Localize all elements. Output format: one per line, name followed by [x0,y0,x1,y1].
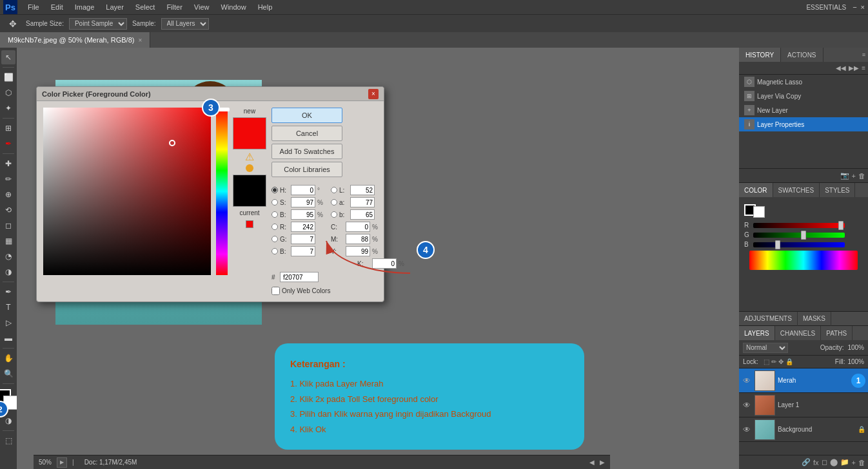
actions-tab[interactable]: ACTIONS [781,48,823,62]
masks-tab[interactable]: MASKS [798,312,831,326]
b3-radio[interactable] [331,211,337,218]
clone-tool[interactable]: ⊕ [1,187,15,202]
b-slider-track[interactable] [753,242,845,247]
new-layer-btn[interactable]: + [852,459,856,466]
layers-tab[interactable]: LAYERS [739,326,775,340]
gradient-field[interactable] [43,108,211,275]
merah-visibility-icon[interactable]: 👁 [742,376,752,386]
ok-button[interactable]: OK [271,108,342,123]
red-radio[interactable] [271,224,278,230]
hue-slider-container[interactable] [216,108,228,275]
saturation-field[interactable] [291,197,315,207]
path-tool[interactable]: ▷ [1,316,15,330]
brightness-field[interactable] [291,209,315,220]
menu-window[interactable]: Window [216,2,252,12]
history-brush[interactable]: ⟲ [1,203,15,217]
history-snapshot-btn[interactable]: 📷 [840,171,849,180]
adjustment-layer-btn[interactable]: ⬤ [830,458,838,466]
sample-value-select[interactable]: All Layers [161,18,209,30]
eraser-tool[interactable]: ◻ [1,218,15,233]
screen-mode[interactable]: ⬚ [1,434,15,448]
new-group-btn[interactable]: 📁 [840,458,849,466]
r-slider-track[interactable] [753,223,845,228]
hand-tool[interactable]: ✋ [1,351,15,365]
styles-tab[interactable]: STYLES [820,183,855,197]
saturation-radio[interactable] [271,199,278,206]
color-tab[interactable]: COLOR [739,183,773,197]
y-field[interactable] [346,246,370,256]
l-radio[interactable] [331,187,337,193]
menu-help[interactable]: Help [253,2,278,12]
magic-wand-tool[interactable]: ✦ [1,101,15,115]
blur-tool[interactable]: ◔ [1,249,15,263]
blue-field[interactable] [291,246,315,256]
healing-tool[interactable]: ✚ [1,157,15,171]
link-layers-btn[interactable]: 🔗 [802,458,811,466]
history-magnetic-lasso[interactable]: ⬡ Magnetic Lasso [739,75,868,89]
red-field[interactable] [291,222,315,232]
color-libraries-button[interactable]: Color Libraries [271,162,342,177]
menu-select[interactable]: Select [130,2,161,12]
lock-all-icon[interactable]: 🔒 [785,358,793,365]
brush-tool[interactable]: ✏ [1,172,15,186]
blend-mode-select[interactable]: Normal [743,343,788,353]
layer1-visibility-icon[interactable]: 👁 [742,400,752,410]
delete-layer-btn[interactable]: 🗑 [858,459,865,466]
l-field[interactable] [350,185,375,195]
hue-field[interactable] [291,185,315,195]
status-arrow-right[interactable]: ▶ [600,459,605,466]
paths-tab[interactable]: PATHS [821,326,853,340]
zoom-icon[interactable]: ▶ [57,457,67,468]
shape-tool[interactable]: ▬ [1,331,15,345]
sample-size-select[interactable]: Point Sample [69,18,127,30]
a-radio[interactable] [331,199,337,206]
swatches-tab[interactable]: SWATCHES [773,183,820,197]
only-web-colors-checkbox[interactable] [271,287,280,295]
lock-transparency-icon[interactable]: ⬚ [764,358,769,365]
brightness-radio[interactable] [271,211,278,218]
status-arrow-left[interactable]: ◀ [589,459,595,466]
history-new-layer[interactable]: + New Layer [739,103,868,117]
menu-image[interactable]: Image [70,2,100,12]
history-menu-icon[interactable]: ≡ [862,64,865,72]
eyedropper-tool[interactable]: ✒ [1,137,15,151]
dialog-close-btn[interactable]: × [368,89,379,99]
green-radio[interactable] [271,236,278,242]
layer-item-merah[interactable]: 👁 Merah 1 [739,368,868,393]
move-tool[interactable]: ↖ [1,50,15,64]
k-field[interactable] [372,258,397,269]
gradient-tool[interactable]: ▦ [1,234,15,248]
lock-image-icon[interactable]: ✏ [771,358,776,365]
marquee-tool[interactable]: ⬜ [1,70,15,84]
adjustments-tab[interactable]: ADJUSTMENTS [739,312,798,326]
close-app-btn[interactable]: × [861,3,865,11]
blue-radio[interactable] [271,248,278,254]
g-slider-track[interactable] [753,233,845,238]
history-back-icon[interactable]: ◀◀ [836,64,846,72]
history-delete-btn[interactable]: 🗑 [858,172,865,180]
menu-view[interactable]: View [189,2,215,12]
menu-file[interactable]: File [23,2,44,12]
layer-item-layer1[interactable]: 👁 Layer 1 [739,393,868,417]
pen-tool[interactable]: ✒ [1,285,15,299]
channels-tab[interactable]: CHANNELS [775,326,821,340]
menu-filter[interactable]: Filter [161,2,187,12]
layer-item-background[interactable]: 👁 Background 🔒 [739,417,868,442]
history-forward-icon[interactable]: ▶▶ [849,64,859,72]
lock-position-icon[interactable]: ✥ [778,358,784,365]
history-layer-via-copy[interactable]: ⊞ Layer Via Copy [739,89,868,103]
menu-edit[interactable]: Edit [46,2,68,12]
add-to-swatches-button[interactable]: Add To Swatches [271,144,342,159]
history-layer-properties[interactable]: i Layer Properties [739,117,868,131]
cancel-button[interactable]: Cancel [271,126,342,141]
hue-radio[interactable] [271,187,278,193]
minimize-btn[interactable]: − [853,3,856,11]
panel-menu-icon[interactable]: ≡ [860,52,868,58]
lasso-tool[interactable]: ⬡ [1,86,15,100]
layer-mask-btn[interactable]: ◻ [822,458,827,466]
bg-visibility-icon[interactable]: 👁 [742,425,752,435]
menu-layer[interactable]: Layer [101,2,129,12]
layer-style-btn[interactable]: fx [813,459,819,466]
m-field[interactable] [346,234,370,244]
hex-field[interactable] [280,272,319,282]
